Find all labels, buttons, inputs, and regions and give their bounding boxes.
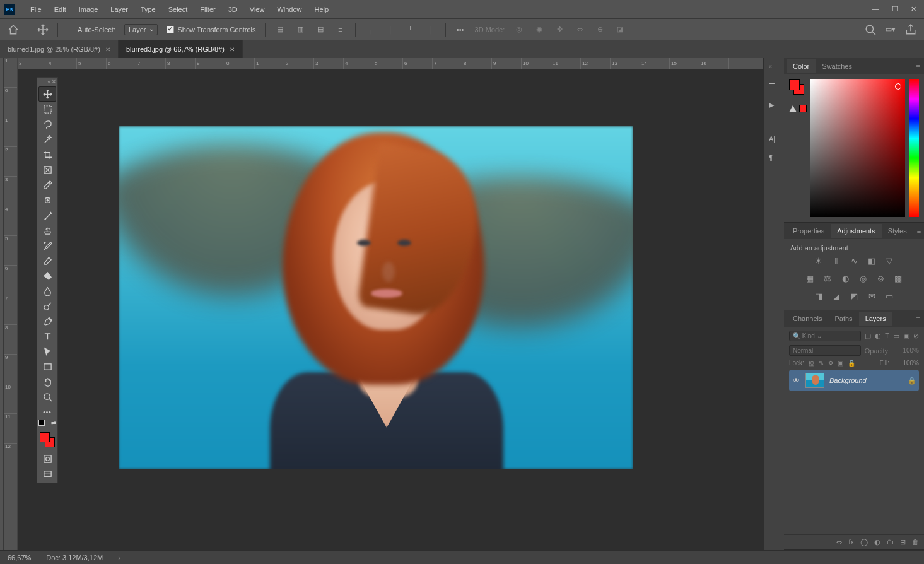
auto-select-target-dropdown[interactable]: Layer — [124, 24, 158, 35]
filter-pixel-icon[interactable]: ▢ — [865, 332, 871, 340]
tab-adjustments[interactable]: Adjustments — [831, 224, 882, 238]
new-group-icon[interactable]: 🗀 — [887, 538, 894, 546]
brush-tool[interactable] — [38, 208, 56, 223]
zoom-tool[interactable] — [38, 389, 56, 404]
foreground-color[interactable] — [40, 432, 50, 442]
opacity-value[interactable]: 100% — [894, 347, 919, 354]
foreground-background-swatch[interactable] — [38, 431, 56, 449]
link-layers-icon[interactable]: ⇔ — [836, 538, 842, 546]
align-right-icon[interactable]: ▤ — [315, 24, 326, 35]
lock-artboard-icon[interactable]: ▣ — [838, 360, 843, 367]
fill-value[interactable]: 100% — [894, 360, 919, 367]
eyedropper-tool[interactable] — [38, 177, 56, 192]
new-layer-icon[interactable]: ⊞ — [900, 538, 906, 546]
align-left-icon[interactable]: ▤ — [274, 24, 286, 35]
quick-mask-tool[interactable] — [38, 451, 56, 466]
layer-item-background[interactable]: 👁 Background 🔒 — [789, 370, 919, 391]
default-colors-icon[interactable] — [38, 420, 45, 426]
toolbox[interactable]: «✕ — [37, 77, 58, 483]
gamut-warning[interactable] — [789, 105, 807, 112]
channel-mixer-icon[interactable]: ⊚ — [875, 273, 886, 283]
levels-icon[interactable]: ⊪ — [831, 256, 841, 266]
rect-marquee-tool[interactable] — [38, 102, 56, 117]
align-bottom-icon[interactable]: ┴ — [405, 24, 416, 35]
distribute-v-icon[interactable]: ║ — [425, 24, 436, 35]
status-doc[interactable]: Doc: 3,12M/3,12M — [46, 554, 103, 561]
gradient-map-icon[interactable]: ▭ — [884, 291, 894, 301]
window-maximize-button[interactable]: ☐ — [892, 5, 898, 13]
layer-locked-icon[interactable]: 🔒 — [908, 377, 916, 385]
panel-menu-icon[interactable]: ≡ — [913, 227, 924, 235]
type-tool[interactable] — [38, 329, 56, 344]
collapse-icon[interactable]: « — [48, 79, 50, 86]
tab-channels[interactable]: Channels — [787, 312, 828, 326]
photo-filter-icon[interactable]: ◎ — [858, 273, 868, 283]
posterize-icon[interactable]: ◢ — [831, 291, 841, 301]
menu-layer[interactable]: Layer — [104, 2, 134, 17]
align-center-v-icon[interactable]: ┼ — [385, 24, 396, 35]
selective-color-icon[interactable]: ✉ — [867, 291, 877, 301]
lock-transparency-icon[interactable]: ▨ — [809, 360, 814, 367]
dodge-tool[interactable] — [38, 298, 56, 314]
close-icon[interactable]: ✕ — [52, 79, 56, 86]
filter-toggle-icon[interactable]: ⊘ — [913, 332, 919, 340]
character-panel-icon[interactable]: A| — [769, 135, 779, 145]
window-minimize-button[interactable]: — — [872, 5, 879, 13]
hue-slider[interactable] — [909, 79, 919, 217]
history-panel-icon[interactable]: ☰ — [769, 82, 779, 92]
status-zoom[interactable]: 66,67% — [8, 554, 31, 561]
filter-adjust-icon[interactable]: ◐ — [875, 332, 881, 340]
magic-wand-tool[interactable] — [38, 132, 56, 147]
ruler-vertical[interactable]: 10123456789101112 — [4, 58, 18, 550]
layer-fx-icon[interactable]: fx — [848, 538, 854, 546]
path-select-tool[interactable] — [38, 344, 56, 359]
menu-type[interactable]: Type — [134, 2, 162, 17]
menu-3d[interactable]: 3D — [222, 2, 243, 17]
move-tool-icon[interactable] — [37, 24, 49, 35]
search-icon[interactable] — [865, 24, 876, 35]
workspace-switcher-icon[interactable]: ▭▾ — [885, 24, 896, 35]
screen-mode-tool[interactable] — [38, 466, 56, 481]
menu-window[interactable]: Window — [271, 2, 308, 17]
eraser-tool[interactable] — [38, 253, 56, 268]
menu-help[interactable]: Help — [308, 2, 336, 17]
tab-close-icon[interactable]: ✕ — [105, 46, 110, 53]
panel-menu-icon[interactable]: ≡ — [913, 315, 924, 322]
lock-image-icon[interactable]: ✎ — [819, 360, 824, 367]
document-tab-blurred3[interactable]: blurred3.jpg @ 66,7% (RGB/8#) ✕ — [119, 40, 243, 58]
swap-colors-icon[interactable]: ⇄ — [51, 420, 56, 426]
tab-swatches[interactable]: Swatches — [816, 59, 858, 73]
filter-type-icon[interactable]: T — [885, 332, 889, 340]
blur-tool[interactable] — [38, 283, 56, 298]
color-lookup-icon[interactable]: ▩ — [893, 273, 903, 283]
more-options-icon[interactable]: ••• — [455, 24, 466, 35]
brightness-contrast-icon[interactable]: ☀ — [814, 256, 824, 266]
hand-tool[interactable] — [38, 374, 56, 389]
distribute-h-icon[interactable]: ≡ — [335, 24, 346, 35]
bw-icon[interactable]: ◐ — [840, 273, 850, 283]
auto-select-checkbox[interactable]: Auto-Select: — [67, 26, 115, 33]
color-fg-bg-swatch[interactable] — [789, 79, 804, 95]
canvas-area[interactable]: «✕ — [18, 69, 763, 550]
panel-menu-icon[interactable]: ≡ — [913, 62, 924, 70]
gradient-tool[interactable] — [38, 268, 56, 283]
new-adjustment-icon[interactable]: ◐ — [874, 538, 880, 546]
tab-color[interactable]: Color — [787, 59, 816, 73]
tab-paths[interactable]: Paths — [828, 312, 858, 326]
paragraph-panel-icon[interactable]: ¶ — [769, 154, 779, 164]
layer-mask-icon[interactable]: ◯ — [860, 538, 868, 546]
edit-toolbar[interactable]: ••• — [38, 404, 56, 420]
home-icon[interactable] — [8, 24, 19, 35]
rectangle-tool[interactable] — [38, 359, 56, 374]
expand-panels-icon[interactable]: « — [769, 63, 779, 73]
delete-layer-icon[interactable]: 🗑 — [912, 538, 919, 546]
tab-close-icon[interactable]: ✕ — [230, 46, 235, 53]
menu-select[interactable]: Select — [162, 2, 194, 17]
tab-layers[interactable]: Layers — [859, 312, 892, 326]
share-icon[interactable] — [905, 24, 916, 35]
ruler-horizontal[interactable]: 3456789012345678910111213141516 — [18, 58, 763, 69]
color-picker-field[interactable] — [810, 79, 905, 217]
lasso-tool[interactable] — [38, 117, 56, 132]
tab-properties[interactable]: Properties — [787, 224, 831, 238]
pen-tool[interactable] — [38, 314, 56, 329]
